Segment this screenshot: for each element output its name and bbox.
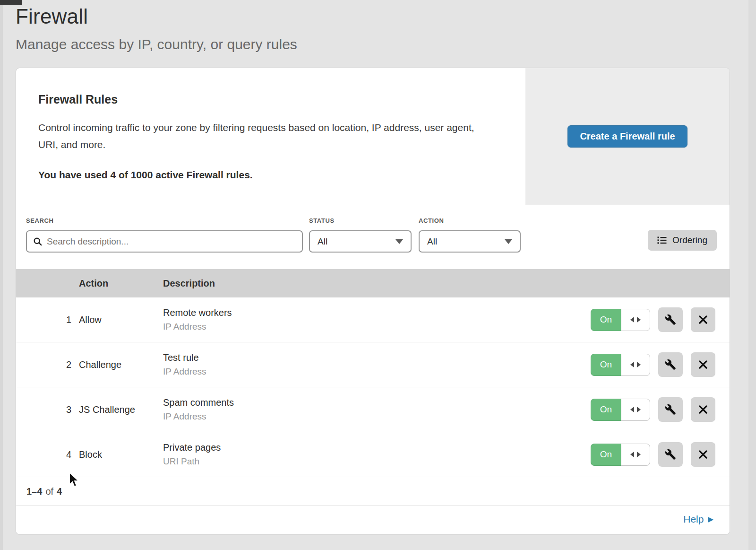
table-row: 2 Challenge Test rule IP Address On	[16, 342, 730, 387]
rules-usage-count: You have used 4 of 1000 active Firewall …	[38, 169, 503, 181]
firewall-rules-card: Firewall Rules Control incoming traffic …	[16, 68, 730, 535]
rule-priority: 2	[16, 359, 79, 370]
toggle-state-label: On	[591, 354, 621, 376]
wrench-icon	[665, 404, 676, 415]
page-header: Firewall Manage access by IP, country, o…	[0, 0, 756, 52]
pagination-bar: 1–4 of 4	[16, 477, 730, 506]
rules-summary-section: Firewall Rules Control incoming traffic …	[16, 68, 730, 205]
scrollbar-track[interactable]	[748, 0, 756, 550]
rule-description: Spam comments	[163, 397, 569, 408]
edit-rule-button[interactable]	[658, 307, 683, 332]
table-row: 4 Block Private pages URI Path On	[16, 432, 730, 477]
search-label: SEARCH	[26, 217, 303, 224]
rule-action: Challenge	[79, 359, 163, 370]
toggle-state-label: On	[591, 399, 621, 421]
toggle-arrows-icon	[621, 354, 650, 376]
rule-match-type: IP Address	[163, 322, 569, 332]
left-edge-strip	[0, 0, 3, 550]
ordered-list-icon	[657, 236, 667, 245]
rule-enabled-toggle[interactable]: On	[591, 354, 650, 376]
rule-action: JS Challenge	[79, 404, 163, 415]
status-select[interactable]: All	[309, 230, 412, 253]
close-icon	[698, 314, 708, 325]
rule-match-type: URI Path	[163, 456, 569, 467]
rule-description: Remote workers	[163, 307, 569, 318]
table-header: Action Description	[16, 269, 730, 297]
edit-rule-button[interactable]	[658, 442, 683, 467]
filters-bar: SEARCH STATUS All	[16, 205, 730, 269]
close-icon	[698, 359, 708, 370]
create-rule-panel: Create a Firewall rule	[525, 68, 730, 205]
rule-priority: 3	[16, 404, 79, 415]
pagination-range: 1–4	[26, 486, 42, 497]
rule-enabled-toggle[interactable]: On	[591, 309, 650, 331]
close-icon	[698, 449, 708, 460]
rules-section-title: Firewall Rules	[38, 93, 503, 106]
rule-enabled-toggle[interactable]: On	[591, 444, 650, 466]
table-rows: 1 Allow Remote workers IP Address On	[16, 297, 730, 477]
status-selected-value: All	[318, 236, 327, 247]
rules-description: Control incoming traffic to your zone by…	[38, 119, 487, 153]
action-selected-value: All	[427, 236, 437, 247]
action-select[interactable]: All	[419, 230, 521, 253]
rule-action: Block	[79, 449, 163, 460]
search-box	[26, 230, 303, 253]
ordering-button[interactable]: Ordering	[648, 230, 717, 251]
toggle-arrows-icon	[621, 399, 650, 421]
wrench-icon	[665, 314, 676, 325]
chevron-down-icon	[505, 239, 512, 244]
delete-rule-button[interactable]	[691, 442, 715, 467]
firewall-page: Firewall Manage access by IP, country, o…	[0, 0, 756, 550]
screen-corner-artifact	[0, 0, 22, 5]
delete-rule-button[interactable]	[691, 352, 715, 377]
wrench-icon	[665, 449, 676, 460]
page-subtitle: Manage access by IP, country, or query r…	[16, 36, 756, 52]
rule-priority: 1	[16, 314, 79, 325]
help-arrow-icon: ▶	[708, 515, 713, 524]
page-title: Firewall	[16, 5, 756, 28]
close-icon	[698, 404, 708, 415]
status-label: STATUS	[309, 217, 412, 224]
toggle-arrows-icon	[621, 309, 650, 331]
help-link[interactable]: Help ▶	[683, 514, 713, 525]
edit-rule-button[interactable]	[658, 397, 683, 422]
action-column-header: Action	[79, 278, 163, 289]
description-column-header: Description	[163, 278, 569, 289]
pagination-of-label: of	[45, 486, 53, 497]
delete-rule-button[interactable]	[691, 307, 715, 332]
table-row: 3 JS Challenge Spam comments IP Address …	[16, 387, 730, 432]
rule-priority: 4	[16, 449, 79, 460]
ordering-button-label: Ordering	[672, 235, 707, 245]
rule-description: Private pages	[163, 442, 569, 453]
rule-match-type: IP Address	[163, 367, 569, 377]
action-label: ACTION	[419, 217, 521, 224]
help-footer: Help ▶	[16, 506, 730, 533]
toggle-arrows-icon	[621, 444, 650, 466]
help-link-label: Help	[683, 514, 704, 525]
rule-match-type: IP Address	[163, 411, 569, 422]
rule-description: Test rule	[163, 352, 569, 363]
table-row: 1 Allow Remote workers IP Address On	[16, 297, 730, 342]
rule-enabled-toggle[interactable]: On	[591, 399, 650, 421]
create-firewall-rule-button[interactable]: Create a Firewall rule	[567, 125, 687, 148]
toggle-state-label: On	[591, 444, 621, 466]
search-icon	[33, 237, 43, 246]
wrench-icon	[665, 359, 676, 370]
delete-rule-button[interactable]	[691, 397, 715, 422]
rule-action: Allow	[79, 314, 163, 325]
chevron-down-icon	[395, 239, 403, 244]
edit-rule-button[interactable]	[658, 352, 683, 377]
toggle-state-label: On	[591, 309, 621, 331]
pagination-total: 4	[57, 486, 62, 497]
search-input[interactable]	[47, 236, 296, 247]
